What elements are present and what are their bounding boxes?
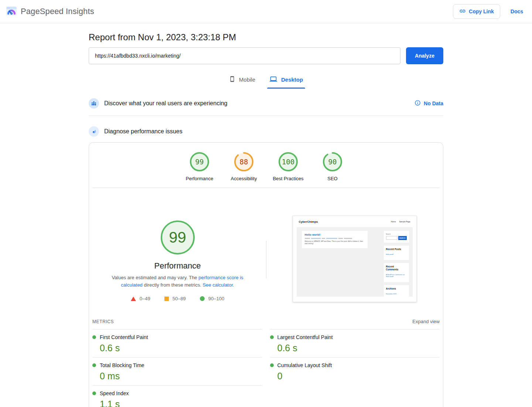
thumb-recent-post-link: Hello world! bbox=[386, 253, 407, 256]
gauge-performance[interactable]: 99 Performance bbox=[177, 151, 222, 181]
metric-first-contentful-paint: First Contentful Paint 0.6 s bbox=[92, 329, 262, 357]
info-icon bbox=[415, 100, 421, 107]
main-content: Report from Nov 1, 2023, 3:23:18 PM Anal… bbox=[89, 23, 443, 407]
thumb-nav-sample-page: Sample Page bbox=[399, 220, 410, 223]
fail-triangle-icon bbox=[131, 297, 136, 301]
good-dot-icon bbox=[270, 363, 274, 367]
legend-good: 90–100 bbox=[200, 296, 224, 301]
report-title: Report from Nov 1, 2023, 3:23:18 PM bbox=[89, 31, 443, 44]
performance-big-score: 99 bbox=[160, 220, 195, 255]
copy-link-label: Copy Link bbox=[469, 8, 494, 14]
category-gauges: 99 Performance 88 Accessibility bbox=[89, 151, 443, 181]
metric-value: 0 bbox=[277, 371, 440, 382]
thumb-site-title: CyberChimps bbox=[299, 220, 318, 223]
thumb-archive-link: November 2023 bbox=[386, 293, 407, 295]
thumb-post-card: Hello world! Welcome to WBW25, WP test S… bbox=[302, 231, 368, 248]
smartphone-icon bbox=[229, 75, 235, 84]
device-tabs: Mobile Desktop bbox=[89, 74, 443, 89]
metric-total-blocking-time: Total Blocking Time 0 ms bbox=[92, 357, 262, 385]
seo-score: 90 bbox=[322, 151, 343, 172]
good-dot-icon bbox=[92, 335, 96, 339]
analyze-button[interactable]: Analyze bbox=[406, 47, 443, 64]
pagespeed-logo-icon bbox=[6, 6, 17, 17]
thumb-search-input bbox=[386, 236, 398, 240]
best-practices-gauge-label: Best Practices bbox=[273, 176, 303, 181]
expand-view-button[interactable]: Expand view bbox=[412, 319, 440, 324]
real-users-icon bbox=[89, 98, 99, 109]
thumb-nav-home: Home bbox=[391, 220, 396, 223]
good-dot-icon bbox=[92, 391, 96, 395]
performance-panel-title: Performance bbox=[154, 261, 201, 271]
brand[interactable]: PageSpeed Insights bbox=[6, 6, 94, 17]
docs-link[interactable]: Docs bbox=[511, 8, 523, 14]
metric-largest-contentful-paint: Largest Contentful Paint 0.6 s bbox=[270, 329, 440, 357]
gauge-accessibility[interactable]: 88 Accessibility bbox=[222, 151, 266, 181]
performance-panel: 99 Performance Values are estimated and … bbox=[89, 188, 443, 302]
laptop-icon bbox=[269, 75, 277, 84]
url-input[interactable] bbox=[89, 47, 400, 64]
performance-description: Values are estimated and may vary. The p… bbox=[102, 274, 253, 289]
field-data-heading: Discover what your real users are experi… bbox=[104, 100, 227, 107]
seo-gauge-label: SEO bbox=[327, 176, 337, 181]
diagnose-heading: Diagnose performance issues bbox=[104, 128, 183, 135]
no-data-status[interactable]: No Data bbox=[415, 100, 443, 107]
app-header: PageSpeed Insights Copy Link Docs bbox=[0, 0, 532, 23]
metric-name: First Contentful Paint bbox=[100, 334, 148, 340]
legend-average-range: 50–89 bbox=[173, 296, 186, 301]
thumb-recent-comments-widget: Recent Comments A WordPress Commenter on… bbox=[384, 263, 409, 282]
tab-mobile[interactable]: Mobile bbox=[227, 74, 258, 89]
thumb-post-text: Welcome to WBW25, WP test Sites. This is… bbox=[305, 240, 365, 245]
vertical-divider bbox=[266, 241, 266, 278]
good-dot-icon bbox=[270, 335, 274, 339]
thumb-archives-heading: Archives bbox=[386, 287, 407, 290]
metric-name: Cumulative Layout Shift bbox=[277, 362, 332, 368]
link-icon bbox=[459, 8, 466, 16]
metrics-section-label: METRICS bbox=[92, 319, 114, 324]
tab-mobile-label: Mobile bbox=[239, 76, 255, 83]
score-legend: 0–49 50–89 90–100 bbox=[131, 296, 224, 301]
metric-empty-cell bbox=[270, 385, 440, 407]
good-circle-icon bbox=[200, 296, 205, 301]
accessibility-score: 88 bbox=[233, 151, 254, 172]
metric-speed-index: Speed Index 1.1 s bbox=[92, 385, 262, 407]
metric-name: Total Blocking Time bbox=[100, 362, 144, 368]
metrics-section: METRICS Expand view First Contentful Pai… bbox=[89, 319, 443, 407]
thumb-recent-comment-link: A WordPress Commenter on Hello world! bbox=[386, 274, 407, 278]
legend-average: 50–89 bbox=[164, 296, 186, 301]
thumb-archives-widget: Archives November 2023 bbox=[384, 285, 409, 297]
metric-cumulative-layout-shift: Cumulative Layout Shift 0 bbox=[270, 357, 440, 385]
lighthouse-report-card: 99 Performance 88 Accessibility bbox=[89, 142, 443, 407]
no-data-label: No Data bbox=[424, 100, 443, 106]
best-practices-score: 100 bbox=[278, 151, 299, 172]
app-title: PageSpeed Insights bbox=[21, 7, 94, 16]
average-square-icon bbox=[164, 297, 169, 301]
metric-value: 0.6 s bbox=[277, 343, 440, 353]
thumb-recent-posts-widget: Recent Posts Hello world! bbox=[384, 246, 409, 260]
metric-name: Largest Contentful Paint bbox=[277, 334, 333, 340]
copy-link-button[interactable]: Copy Link bbox=[453, 4, 500, 19]
section-divider bbox=[89, 116, 443, 116]
performance-big-gauge: 99 bbox=[160, 220, 195, 255]
thumb-search-widget: Search SEARCH bbox=[384, 231, 409, 243]
good-dot-icon bbox=[92, 363, 96, 367]
tab-desktop-label: Desktop bbox=[281, 76, 303, 83]
see-calculator-link[interactable]: See calculator. bbox=[202, 282, 234, 288]
diagnose-row: Diagnose performance issues bbox=[89, 126, 443, 137]
page-screenshot-thumbnail[interactable]: CyberChimps Home Sample Page Hello world… bbox=[293, 216, 417, 302]
performance-score: 99 bbox=[189, 151, 210, 172]
metric-name: Speed Index bbox=[100, 390, 129, 396]
thumb-search-button: SEARCH bbox=[398, 236, 407, 240]
thumb-recent-comments-heading: Recent Comments bbox=[386, 265, 407, 271]
tab-desktop[interactable]: Desktop bbox=[267, 74, 305, 89]
thumb-post-meta bbox=[305, 238, 365, 239]
accessibility-gauge-label: Accessibility bbox=[231, 176, 257, 181]
thumb-post-title: Hello world! bbox=[305, 233, 365, 236]
field-data-row: Discover what your real users are experi… bbox=[89, 98, 443, 109]
diagnose-gauge-icon bbox=[89, 126, 99, 137]
thumb-recent-posts-heading: Recent Posts bbox=[386, 248, 407, 251]
gauge-seo[interactable]: 90 SEO bbox=[310, 151, 355, 181]
description-text-2: directly from these metrics. bbox=[143, 282, 203, 288]
description-text-1: Values are estimated and may vary. The bbox=[112, 275, 198, 280]
gauge-best-practices[interactable]: 100 Best Practices bbox=[266, 151, 310, 181]
metric-value: 0.6 s bbox=[100, 343, 262, 353]
